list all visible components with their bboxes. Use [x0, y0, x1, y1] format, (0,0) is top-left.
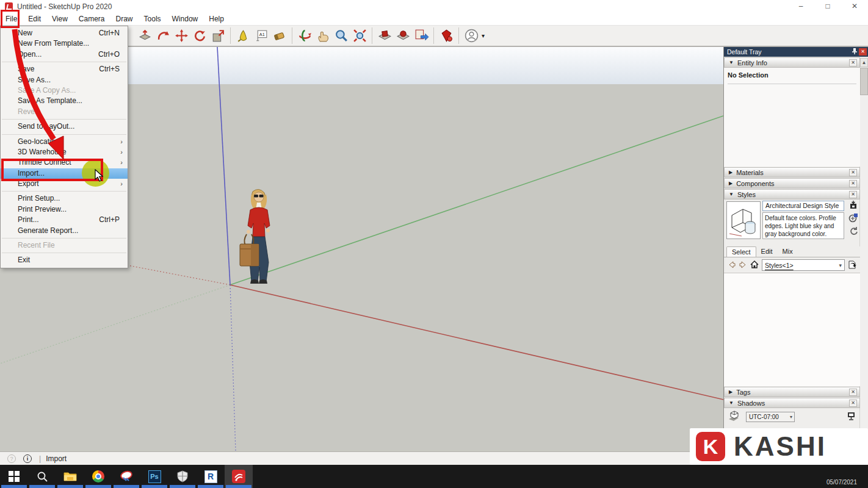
pan-icon[interactable]: [314, 27, 332, 45]
chrome-icon: [92, 470, 104, 483]
menu-tools[interactable]: Tools: [139, 15, 167, 23]
menu-camera[interactable]: Camera: [73, 15, 110, 23]
styles-close-icon[interactable]: ✕: [849, 191, 857, 198]
scroll-up-icon[interactable]: ▲: [860, 58, 868, 67]
taskbar-sketchup-2020[interactable]: [225, 465, 253, 488]
scroll-thumb[interactable]: [860, 68, 868, 95]
taskbar-defender[interactable]: [168, 465, 197, 488]
tab-select[interactable]: Select: [726, 246, 756, 257]
home-icon[interactable]: [750, 260, 759, 270]
menu-item-3d-warehouse[interactable]: 3D Warehouse›: [1, 147, 128, 157]
file-menu-dropdown: NewCtrl+N New From Template... Open...Ct…: [0, 26, 128, 268]
orbit-icon[interactable]: [295, 27, 314, 45]
menu-item-send-to-layout[interactable]: Send to LayOut...: [1, 121, 128, 132]
info-icon[interactable]: i: [23, 454, 32, 463]
folder-icon: [63, 471, 77, 482]
style-name-field[interactable]: Architectural Design Style: [762, 201, 844, 211]
tray-scrollbar[interactable]: ▲: [859, 58, 868, 428]
text-icon[interactable]: A1: [252, 27, 270, 45]
create-style-icon[interactable]: [849, 201, 858, 210]
tab-mix[interactable]: Mix: [778, 246, 798, 257]
zoom-extents-icon[interactable]: [350, 27, 369, 45]
back-icon[interactable]: [728, 260, 736, 270]
taskbar-revit[interactable]: R: [197, 465, 225, 488]
menu-edit[interactable]: Edit: [23, 15, 46, 23]
timezone-dropdown[interactable]: UTC-07:00 ▾: [746, 412, 795, 422]
push-pull-icon[interactable]: [136, 27, 154, 45]
refresh-style-icon[interactable]: [849, 226, 858, 237]
styles-list-area[interactable]: [724, 273, 860, 386]
taskbar-indicator: [170, 485, 195, 488]
eraser-icon[interactable]: [270, 27, 289, 45]
tab-edit[interactable]: Edit: [756, 246, 778, 257]
collapse-icon: ▼: [729, 60, 734, 65]
start-button[interactable]: [0, 465, 28, 488]
menu-draw[interactable]: Draw: [110, 15, 139, 23]
menu-item-print-preview[interactable]: Print Preview...: [1, 204, 128, 215]
kashi-brand-text: KASHI: [734, 431, 826, 462]
taskbar-date[interactable]: 05/07/2021: [826, 479, 857, 486]
move-icon[interactable]: [172, 27, 190, 45]
menu-item-geo-location[interactable]: Geo-location›: [1, 137, 128, 147]
paint-bucket-icon[interactable]: [234, 27, 252, 45]
shadows-header[interactable]: ▼ Shadows ✕: [724, 398, 860, 408]
close-button[interactable]: ✕: [841, 0, 868, 13]
scale-icon[interactable]: [209, 27, 227, 45]
styles-header[interactable]: ▼ Styles ✕: [724, 189, 860, 199]
chevron-down-icon: ▾: [839, 262, 842, 268]
components-header[interactable]: ▶ Components ✕: [724, 178, 860, 188]
entity-info-header[interactable]: ▼ Entity Info ✕: [724, 57, 860, 68]
menu-item-print-setup[interactable]: Print Setup...: [1, 193, 128, 204]
materials-close-icon[interactable]: ✕: [849, 169, 857, 176]
menu-item-new-from-template[interactable]: New From Template...: [1, 38, 128, 49]
pin-icon[interactable]: [852, 48, 858, 56]
account-icon[interactable]: [462, 27, 480, 45]
menu-separator: [2, 238, 126, 239]
in-model-styles-icon[interactable]: [847, 260, 857, 271]
follow-me-icon[interactable]: [154, 27, 172, 45]
menu-item-open[interactable]: Open...Ctrl+O: [1, 49, 128, 60]
menu-item-save[interactable]: SaveCtrl+S: [1, 64, 128, 74]
menu-item-save-as[interactable]: Save As...: [1, 75, 128, 85]
tags-close-icon[interactable]: ✕: [849, 389, 857, 396]
shadow-toggle-icon[interactable]: [728, 411, 741, 423]
share-component-icon[interactable]: [412, 27, 430, 45]
taskbar-photoshop[interactable]: Ps: [140, 465, 168, 488]
rotate-icon[interactable]: [190, 27, 209, 45]
materials-header[interactable]: ▶ Materials ✕: [724, 167, 860, 178]
menu-item-print[interactable]: Print...Ctrl+P: [1, 215, 128, 225]
tray-close-icon[interactable]: ✕: [859, 48, 867, 56]
menu-item-exit[interactable]: Exit: [1, 255, 128, 265]
maximize-button[interactable]: □: [814, 0, 841, 13]
style-paint-icon[interactable]: [848, 213, 858, 224]
taskbar-file-explorer[interactable]: [56, 465, 84, 488]
extension-warehouse-icon[interactable]: [437, 27, 455, 45]
toolbar-separator: [292, 27, 292, 44]
3d-warehouse-icon[interactable]: [375, 27, 394, 45]
components-close-icon[interactable]: ✕: [849, 180, 857, 187]
menu-item-generate-report[interactable]: Generate Report...: [1, 226, 128, 236]
style-thumbnail[interactable]: [726, 201, 761, 239]
menu-help[interactable]: Help: [203, 15, 230, 23]
taskbar-sketchup-viewer[interactable]: [112, 465, 140, 488]
menu-window[interactable]: Window: [167, 15, 204, 23]
zoom-icon[interactable]: [332, 27, 350, 45]
submenu-arrow-icon: ›: [120, 157, 123, 168]
forward-icon[interactable]: [739, 260, 747, 270]
get-models-icon[interactable]: [394, 27, 412, 45]
styles-collection-dropdown[interactable]: Styles<1> ▾: [762, 259, 845, 271]
account-dropdown-icon[interactable]: ▾: [482, 32, 485, 39]
geolocation-icon[interactable]: ?: [7, 454, 16, 463]
taskbar-chrome[interactable]: [84, 465, 112, 488]
minimize-button[interactable]: –: [787, 0, 814, 13]
entity-info-close-icon[interactable]: ✕: [849, 59, 857, 66]
menu-view[interactable]: View: [46, 15, 73, 23]
menu-item-save-as-template[interactable]: Save As Template...: [1, 96, 128, 106]
shadows-close-icon[interactable]: ✕: [849, 400, 857, 407]
menu-item-new[interactable]: NewCtrl+N: [1, 28, 128, 38]
taskbar-search[interactable]: [28, 465, 56, 488]
tags-header[interactable]: ▶ Tags ✕: [724, 387, 860, 397]
shadow-display-icon[interactable]: [847, 412, 855, 422]
expand-icon: ▶: [729, 389, 732, 395]
toolbar-separator: [458, 27, 459, 44]
